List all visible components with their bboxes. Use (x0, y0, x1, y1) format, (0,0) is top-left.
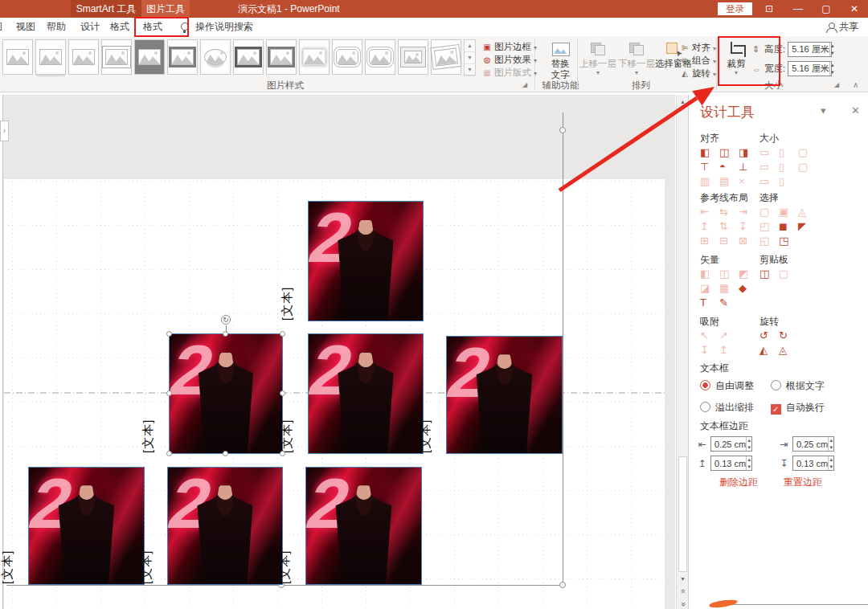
node-text-placeholder[interactable]: [文本] (141, 419, 156, 453)
cursor-icon[interactable]: ◤ (798, 219, 817, 234)
picture-style-compound-frame[interactable] (398, 39, 428, 75)
share-button[interactable]: 共享 (839, 18, 858, 36)
gallery-scroll-down-icon[interactable]: ▼ (465, 52, 475, 64)
canvas-vertical-scrollbar[interactable]: ▲ ▼ » » (676, 95, 688, 609)
picture-style-soft-edge[interactable] (299, 39, 330, 75)
tab-partial[interactable]: 图 (0, 18, 2, 36)
smartart-picture-node[interactable]: 2[文本] (446, 336, 563, 454)
select-solid-icon[interactable]: ◼ (779, 219, 798, 234)
slide-canvas[interactable]: › 2[文本]2[文本]↻2[文本]2[文本]2[文本]2[文本]2[文本] (0, 95, 675, 609)
selection-handle-e[interactable] (280, 390, 285, 396)
radio-free-adjust[interactable] (700, 380, 710, 390)
margin-right-spinner[interactable]: ⇥ 0.25 cm▲▼ (779, 436, 834, 452)
smartart-frame-right-edge[interactable] (563, 112, 563, 585)
selection-handle-sw[interactable] (166, 451, 172, 456)
picture-style-frame-light[interactable] (101, 39, 132, 75)
margin-top-spinner[interactable]: ↥ 0.13 cm▲▼ (697, 456, 752, 471)
restore-icon[interactable]: ▢ (814, 0, 838, 18)
rotate-handle[interactable]: ↻ (221, 315, 231, 325)
panel-close-icon[interactable]: ✕ (851, 104, 860, 116)
smartart-frame-handle[interactable] (559, 127, 566, 133)
picture-style-frame-dark-fill[interactable] (134, 39, 165, 75)
smartart-picture-node[interactable]: 2[文本] (167, 467, 283, 585)
smartart-picture-node[interactable]: 2[文本] (308, 201, 424, 321)
picture-style-rounded-shadow[interactable] (365, 39, 395, 75)
align-left-icon[interactable]: ◧ (700, 145, 719, 160)
margin-bottom-spinner[interactable]: ↧ 0.13 cm▲▼ (779, 456, 834, 471)
smartart-frame-bottom-edge[interactable] (6, 585, 563, 586)
picture-style-simple-frame[interactable] (2, 39, 33, 75)
tab-design[interactable]: 设计 (80, 18, 100, 36)
picture-layout-button[interactable]: ▦图片版式▾ (482, 66, 537, 79)
picture-style-metal-frame[interactable] (167, 39, 198, 75)
ribbon-display-options-icon[interactable]: ⊡ (757, 0, 781, 18)
picture-border-button[interactable]: ▣图片边框▾ (482, 40, 537, 53)
contextual-tool-picture[interactable]: 图片工具 (141, 0, 190, 18)
login-button[interactable]: 登录 (718, 2, 752, 15)
align-top-icon[interactable]: ⊤ (700, 160, 719, 174)
previous-slide-icon[interactable]: » (677, 587, 689, 598)
picture-style-reflected[interactable] (35, 39, 66, 75)
flip-horizontal-icon[interactable]: ◭ (760, 343, 779, 358)
picture-style-frame-dark[interactable] (233, 39, 264, 75)
scrollbar-thumb[interactable] (678, 456, 687, 572)
align-center-h-icon[interactable]: ◫ (719, 145, 739, 160)
gallery-more-icon[interactable]: ▼ (465, 64, 475, 76)
picture-style-perspective-tilt[interactable] (431, 39, 461, 75)
align-middle-icon[interactable]: ◓ (719, 160, 739, 174)
text-tool-icon[interactable]: T (700, 296, 719, 310)
tell-me-search[interactable]: 操作说明搜索 (195, 18, 253, 36)
picture-style-frame-gray[interactable] (266, 39, 297, 75)
node-text-placeholder[interactable]: [文本] (277, 550, 293, 584)
scroll-up-icon[interactable]: ▲ (677, 96, 689, 108)
selection-handle-s[interactable] (223, 451, 228, 456)
radio-overflow-indent[interactable] (700, 402, 710, 412)
picture-style-rounded-white[interactable] (332, 39, 362, 75)
smartart-picture-node[interactable]: 2[文本] (308, 333, 424, 454)
picture-style-simple[interactable] (68, 39, 99, 75)
tab-format-smartart[interactable]: 格式 (110, 18, 129, 36)
rotate-button[interactable]: ◭旋转▾ (680, 67, 716, 80)
picture-effects-button[interactable]: ◍图片效果▾ (482, 53, 537, 66)
gallery-scroll-up-icon[interactable]: ▲ (465, 40, 475, 52)
remove-margins-link[interactable]: 删除边距 (719, 476, 758, 489)
group-button[interactable]: ⧉组合▾ (680, 54, 716, 67)
node-text-placeholder[interactable]: [文本] (280, 287, 295, 321)
rotate-left-90-icon[interactable]: ↺ (760, 329, 779, 343)
smartart-picture-node[interactable]: 2[文本] (28, 467, 145, 585)
radio-by-text[interactable] (771, 380, 781, 390)
align-right-icon[interactable]: ◨ (739, 145, 758, 160)
merge-shape-icon[interactable]: ◆ (739, 281, 758, 296)
reset-margins-link[interactable]: 重置边距 (784, 476, 822, 489)
align-button[interactable]: ⊫对齐▾ (680, 41, 716, 54)
flip-vertical-icon[interactable]: ◬ (779, 343, 798, 358)
copy-icon[interactable]: ◫ (760, 267, 779, 281)
smartart-frame-handle[interactable] (559, 582, 566, 588)
selection-handle-nw[interactable] (166, 331, 172, 337)
size-dialog-launcher-icon[interactable]: ◢ (834, 81, 839, 88)
selection-handle-ne[interactable] (280, 331, 285, 337)
select-layer-b-icon[interactable]: ◳ (779, 234, 798, 248)
tab-help[interactable]: 帮助 (47, 18, 66, 36)
panel-dropdown-icon[interactable]: ▾ (821, 104, 826, 116)
smartart-picture-node[interactable]: 2[文本]↻ (169, 333, 283, 454)
minimize-icon[interactable]: — (786, 0, 810, 18)
node-text-placeholder[interactable]: [文本] (139, 550, 154, 584)
scroll-down-icon[interactable]: ▼ (677, 574, 689, 585)
node-text-placeholder[interactable]: [文本] (0, 550, 15, 584)
selection-handle-w[interactable] (166, 390, 172, 396)
checkbox-auto-wrap[interactable]: ✓ (771, 404, 781, 415)
pen-tool-icon[interactable]: ✎ (719, 296, 739, 310)
smartart-picture-node[interactable]: 2[文本] (305, 467, 422, 585)
close-icon[interactable]: ✕ (842, 0, 866, 18)
margin-left-spinner[interactable]: ⇤ 0.25 cm▲▼ (697, 436, 752, 452)
rotate-right-90-icon[interactable]: ↻ (779, 329, 798, 343)
tab-view[interactable]: 视图 (16, 18, 35, 36)
picture-style-soft-oval[interactable] (200, 39, 231, 75)
node-text-placeholder[interactable]: [文本] (418, 419, 433, 453)
next-slide-icon[interactable]: » (677, 599, 689, 609)
selection-handle-se[interactable] (280, 451, 285, 456)
node-text-placeholder[interactable]: [文本] (280, 419, 295, 453)
align-bottom-icon[interactable]: ⊥ (739, 160, 758, 174)
expand-thumbnails-icon[interactable]: › (0, 121, 9, 141)
